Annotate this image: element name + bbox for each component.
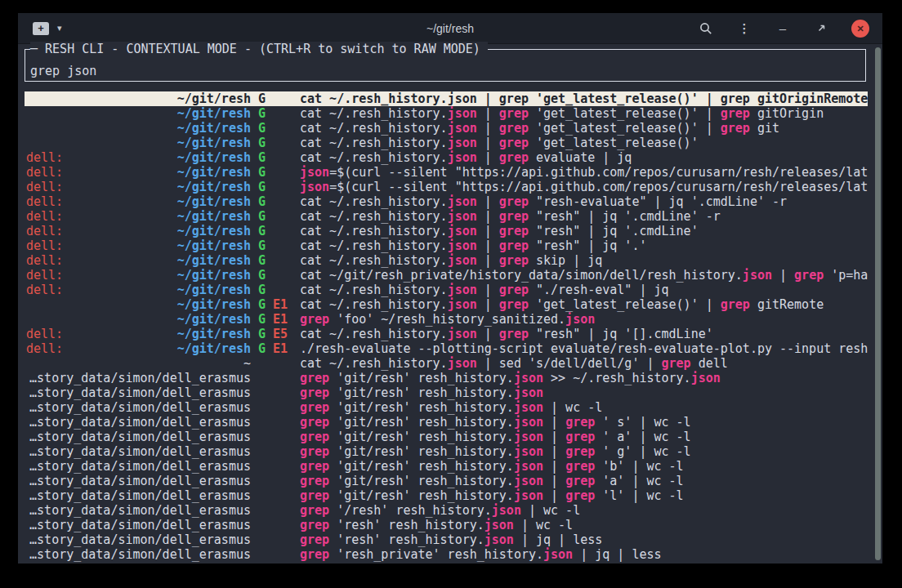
new-terminal-icon[interactable]: +: [33, 22, 49, 35]
host-context: dell:: [26, 253, 63, 268]
history-row[interactable]: ~/git/reshGcat ~/.resh_history.json | gr…: [25, 91, 868, 106]
exit-code-flag: E1: [273, 297, 288, 312]
command-text: cat ~/.resh_history.json | grep 'get_lat…: [300, 91, 868, 106]
history-row[interactable]: …story_data/simon/dell_erasmusgrep 'git/…: [25, 415, 868, 430]
minimize-icon[interactable]: –: [775, 20, 791, 37]
host-context: dell:: [26, 224, 63, 238]
history-row[interactable]: …story_data/simon/dell_erasmusgrep 'git/…: [25, 488, 868, 503]
flags: [251, 371, 300, 385]
command-text: grep 'git/resh' resh_history.json | grep…: [300, 444, 868, 459]
history-row[interactable]: ~/git/reshGcat ~/.resh_history.json | gr…: [25, 136, 868, 150]
history-row[interactable]: …story_data/simon/dell_erasmusgrep 'git/…: [25, 371, 868, 385]
flags: [251, 400, 300, 415]
history-row[interactable]: …story_data/simon/dell_erasmusgrep 'git/…: [25, 459, 868, 474]
history-row[interactable]: ~cat ~/.resh_history.json | sed 's/dell/…: [25, 356, 868, 371]
history-row[interactable]: …story_data/simon/dell_erasmusgrep 'git/…: [25, 474, 868, 488]
menu-kebab-icon[interactable]: ⋮: [736, 20, 752, 37]
history-row[interactable]: dell:~/git/reshGcat ~/.resh_history.json…: [25, 253, 868, 268]
directory: ~/git/resh: [177, 106, 251, 121]
flags: G: [251, 209, 300, 224]
flags: [251, 430, 300, 444]
host-context: dell:: [26, 209, 63, 224]
directory: ~/git/resh: [177, 268, 251, 283]
git-flag: G: [258, 136, 266, 150]
history-row[interactable]: ~/git/reshGcat ~/.resh_history.json | gr…: [25, 121, 868, 136]
directory: ~/git/resh: [177, 194, 251, 209]
host-context: dell:: [26, 194, 63, 209]
history-row[interactable]: …story_data/simon/dell_erasmusgrep 'git/…: [25, 385, 868, 400]
flags: G: [251, 268, 300, 283]
command-text: grep 'resh' resh_history.json | jq | les…: [300, 532, 868, 547]
flags: G: [251, 106, 300, 121]
history-row[interactable]: …story_data/simon/dell_erasmusgrep 'git/…: [25, 400, 868, 415]
history-row[interactable]: dell:~/git/reshGjson=$(curl --silent "ht…: [25, 165, 868, 180]
command-text: json=$(curl --silent "https://api.github…: [300, 165, 868, 180]
flags: [251, 444, 300, 459]
border-dash-icon: ─: [30, 42, 38, 56]
git-flag: G: [258, 297, 266, 312]
directory: ~/git/resh: [177, 283, 251, 297]
directory: …story_data/simon/dell_erasmus: [29, 518, 251, 532]
git-flag: G: [258, 327, 266, 341]
git-flag: G: [258, 283, 266, 297]
host-context: dell:: [26, 165, 63, 180]
history-row[interactable]: ~/git/reshGE1grep 'foo' ~/resh_history_s…: [25, 312, 868, 327]
flags: [251, 385, 300, 400]
directory: ~/git/resh: [177, 121, 251, 136]
flags: [251, 532, 300, 547]
restore-icon[interactable]: [813, 20, 829, 37]
git-flag: G: [258, 121, 266, 136]
history-row[interactable]: dell:~/git/reshGcat ~/.resh_history.json…: [25, 209, 868, 224]
history-row[interactable]: dell:~/git/reshGcat ~/.resh_history.json…: [25, 238, 868, 253]
git-flag: G: [258, 91, 266, 106]
flags: G: [251, 150, 300, 165]
history-row[interactable]: dell:~/git/reshGE1./resh-evaluate --plot…: [25, 341, 868, 356]
directory: ~/git/resh: [177, 180, 251, 194]
directory: ~/git/resh: [177, 253, 251, 268]
history-row[interactable]: dell:~/git/reshGcat ~/.resh_history.json…: [25, 150, 868, 165]
flags: G: [251, 91, 300, 106]
command-text: cat ~/.resh_history.json | grep 'get_lat…: [300, 106, 868, 121]
history-row[interactable]: ~/git/reshGcat ~/.resh_history.json | gr…: [25, 106, 868, 121]
search-query-input[interactable]: grep json: [30, 64, 96, 78]
git-flag: G: [258, 150, 266, 165]
git-flag: G: [258, 224, 266, 238]
history-row[interactable]: …story_data/simon/dell_erasmusgrep 'resh…: [25, 518, 868, 532]
window-title: ~/git/resh: [426, 22, 474, 35]
command-text: grep 'git/resh' resh_history.json | grep…: [300, 415, 868, 430]
history-row[interactable]: dell:~/git/reshGjson=$(curl --silent "ht…: [25, 180, 868, 194]
history-list: ~/git/reshGcat ~/.resh_history.json | gr…: [25, 91, 868, 562]
command-text: cat ~/.resh_history.json | grep evaluate…: [300, 150, 868, 165]
host-context: dell:: [26, 327, 63, 341]
directory: …story_data/simon/dell_erasmus: [29, 503, 251, 518]
git-flag: G: [258, 312, 266, 327]
scrollbar-thumb[interactable]: [875, 47, 881, 560]
directory: ~/git/resh: [177, 327, 251, 341]
history-row[interactable]: …story_data/simon/dell_erasmusgrep 'resh…: [25, 547, 868, 562]
directory: ~: [243, 356, 251, 371]
exit-code-flag: E1: [273, 312, 288, 327]
git-flag: G: [258, 165, 266, 180]
history-row[interactable]: …story_data/simon/dell_erasmusgrep 'git/…: [25, 444, 868, 459]
history-row[interactable]: ~/git/reshGE1cat ~/.resh_history.json | …: [25, 297, 868, 312]
flags: [251, 547, 300, 562]
history-row[interactable]: dell:~/git/reshGcat ~/.resh_history.json…: [25, 224, 868, 238]
history-row[interactable]: …story_data/simon/dell_erasmusgrep '/res…: [25, 503, 868, 518]
history-row[interactable]: …story_data/simon/dell_erasmusgrep 'resh…: [25, 532, 868, 547]
command-text: cat ~/.resh_history.json | grep 'get_lat…: [300, 297, 868, 312]
history-row[interactable]: dell:~/git/reshGcat ~/.resh_history.json…: [25, 194, 868, 209]
close-icon[interactable]: ✕: [851, 20, 869, 38]
search-icon[interactable]: [698, 20, 714, 37]
flags: G: [251, 121, 300, 136]
titlebar[interactable]: + ▾ ~/git/resh ⋮ – ✕: [18, 13, 882, 44]
history-row[interactable]: dell:~/git/reshGE5cat ~/.resh_history.js…: [25, 327, 868, 341]
flags: [251, 503, 300, 518]
directory: …story_data/simon/dell_erasmus: [29, 415, 251, 430]
history-row[interactable]: dell:~/git/reshGcat ~/git/resh_private/h…: [25, 268, 868, 283]
command-text: cat ~/.resh_history.json | grep skip | j…: [300, 253, 868, 268]
directory: ~/git/resh: [177, 91, 251, 106]
history-row[interactable]: dell:~/git/reshGcat ~/.resh_history.json…: [25, 283, 868, 297]
command-text: cat ~/.resh_history.json | grep 'get_lat…: [300, 136, 868, 150]
history-row[interactable]: …story_data/simon/dell_erasmusgrep 'git/…: [25, 430, 868, 444]
chevron-down-icon[interactable]: ▾: [57, 23, 62, 33]
